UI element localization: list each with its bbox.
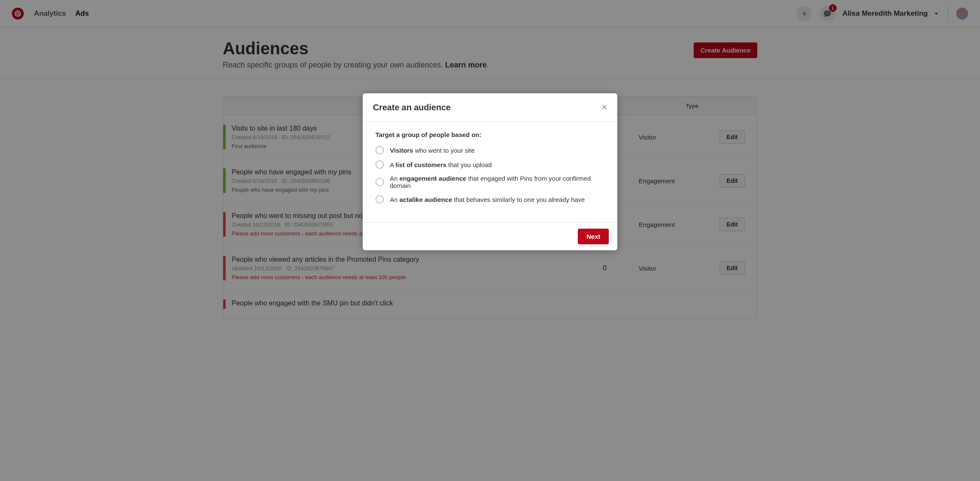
audience-type-option[interactable]: An actalike audience that behaves simila… xyxy=(375,195,605,204)
close-icon[interactable]: × xyxy=(602,102,607,113)
radio-icon[interactable] xyxy=(375,178,384,186)
next-button[interactable]: Next xyxy=(578,229,609,244)
radio-icon[interactable] xyxy=(375,160,384,169)
audience-type-option[interactable]: Visitors who went to your site xyxy=(375,146,605,154)
modal-scrim[interactable]: Create an audience × Target a group of p… xyxy=(0,0,980,319)
option-label: An actalike audience that behaves simila… xyxy=(390,196,585,203)
radio-icon[interactable] xyxy=(375,146,384,154)
modal-prompt: Target a group of people based on: xyxy=(375,131,605,138)
audience-type-option[interactable]: A list of customers that you upload xyxy=(375,160,605,169)
option-label: An engagement audience that engaged with… xyxy=(390,175,605,189)
audience-type-option[interactable]: An engagement audience that engaged with… xyxy=(375,175,605,189)
radio-icon[interactable] xyxy=(375,195,384,204)
create-audience-modal: Create an audience × Target a group of p… xyxy=(363,93,617,250)
option-label: Visitors who went to your site xyxy=(390,147,475,154)
option-label: A list of customers that you upload xyxy=(390,161,492,168)
modal-title: Create an audience xyxy=(373,103,451,112)
